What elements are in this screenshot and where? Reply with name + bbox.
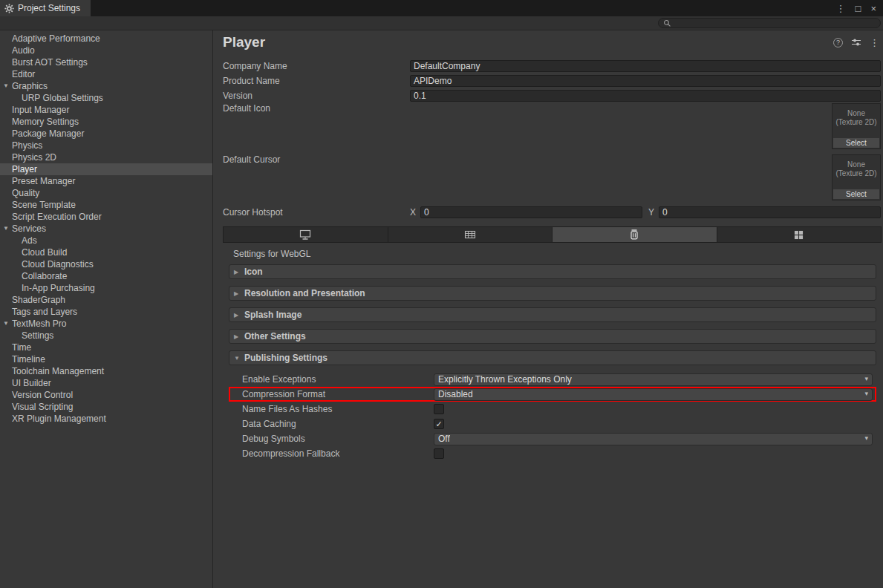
company-name-input[interactable]: DefaultCompany xyxy=(410,60,881,72)
sidebar-item[interactable]: UI Builder xyxy=(0,377,212,389)
field-label-company-name: Company Name xyxy=(223,61,410,71)
sidebar-item-label: Settings xyxy=(22,330,53,341)
search-field[interactable] xyxy=(658,18,881,28)
sidebar-item-label: Time xyxy=(12,342,31,353)
sidebar-item-label: Toolchain Management xyxy=(12,366,104,376)
sidebar-item[interactable]: Preset Manager xyxy=(0,175,212,187)
section-foldout[interactable]: ▶ Splash Image xyxy=(229,307,876,322)
sidebar-item[interactable]: Settings xyxy=(0,330,212,342)
company-name-value: DefaultCompany xyxy=(414,61,480,71)
window-menu-icon[interactable]: ⋮ xyxy=(836,4,846,13)
dropdown-field[interactable]: Disabled ▾ xyxy=(434,388,873,401)
page-title: Player xyxy=(223,35,265,50)
publishing-setting-row: Name Files As Hashes ▾ xyxy=(229,402,876,416)
dropdown-arrow-icon: ▾ xyxy=(864,375,868,382)
default-cursor-object-field[interactable]: None (Texture 2D) Select xyxy=(832,154,881,200)
sidebar-item-label: Package Manager xyxy=(12,128,84,139)
sidebar-item[interactable]: Toolchain Management xyxy=(0,365,212,377)
sidebar-item[interactable]: Player xyxy=(0,163,212,175)
checkbox[interactable] xyxy=(434,404,444,414)
sidebar-item[interactable]: XR Plugin Management xyxy=(0,413,212,425)
sidebar-item-label: Tags and Layers xyxy=(12,307,77,317)
hotspot-x-label: X xyxy=(410,207,417,218)
field-label-cursor-hotspot: Cursor Hotspot xyxy=(223,207,410,218)
field-label-product-name: Product Name xyxy=(223,76,410,86)
sidebar-item[interactable]: Timeline xyxy=(0,353,212,365)
sidebar-item[interactable]: ShaderGraph xyxy=(0,294,212,306)
dropdown-arrow-icon: ▾ xyxy=(864,434,868,442)
hotspot-y-input[interactable]: 0 xyxy=(659,206,881,218)
hotspot-x-value: 0 xyxy=(424,207,429,218)
dropdown-field[interactable]: Off ▾ xyxy=(434,433,873,445)
sidebar-item[interactable]: Ads xyxy=(0,235,212,246)
section-foldout[interactable]: ▼ Publishing Settings xyxy=(229,350,876,365)
sidebar-item-label: TextMesh Pro xyxy=(12,318,66,329)
sidebar-item[interactable]: ▼ Graphics xyxy=(0,80,212,92)
section-foldout[interactable]: ▶ Resolution and Presentation xyxy=(229,286,876,301)
sidebar-item[interactable]: Adaptive Performance xyxy=(0,33,212,45)
foldout-icon: ▶ xyxy=(234,333,244,340)
sidebar-item[interactable]: Package Manager xyxy=(0,128,212,140)
sidebar-item[interactable]: Input Manager xyxy=(0,104,212,116)
foldout-icon[interactable]: ▼ xyxy=(1,223,10,235)
platform-tab-uwp[interactable] xyxy=(717,227,882,242)
sidebar-item[interactable]: Visual Scripting xyxy=(0,401,212,413)
window-tab-project-settings[interactable]: Project Settings xyxy=(0,0,91,16)
sidebar-item[interactable]: Physics 2D xyxy=(0,151,212,163)
project-settings-window: Project Settings ⋮ □ × Adaptive Per xyxy=(0,0,883,588)
help-icon[interactable]: ? xyxy=(833,38,843,48)
checkbox[interactable]: ✓ xyxy=(434,419,444,429)
sidebar-item[interactable]: Time xyxy=(0,342,212,353)
player-header: Player ? ⋮ xyxy=(223,30,881,50)
sidebar-item[interactable]: Script Execution Order xyxy=(0,211,212,223)
sidebar-item[interactable]: ▼ TextMesh Pro xyxy=(0,318,212,330)
checkbox[interactable] xyxy=(434,448,444,459)
sidebar-item[interactable]: In-App Purchasing xyxy=(0,282,212,294)
foldout-icon[interactable]: ▼ xyxy=(1,318,10,330)
platform-tab-bar xyxy=(223,226,882,243)
sidebar-item[interactable]: Version Control xyxy=(0,389,212,401)
sidebar-item[interactable]: Cloud Diagnostics xyxy=(0,258,212,270)
version-input[interactable]: 0.1 xyxy=(410,90,881,102)
presets-icon[interactable] xyxy=(851,38,861,47)
sidebar-item[interactable]: Tags and Layers xyxy=(0,306,212,318)
default-icon-select-button[interactable]: Select xyxy=(833,138,879,148)
sidebar-item-label: Ads xyxy=(22,235,37,246)
platform-tab-webgl[interactable] xyxy=(553,227,717,242)
dropdown-field[interactable]: Explicitly Thrown Exceptions Only ▾ xyxy=(434,373,873,386)
sidebar-item-label: Script Execution Order xyxy=(12,212,102,222)
sidebar-item-label: Scene Template xyxy=(12,200,76,210)
foldout-icon[interactable]: ▼ xyxy=(1,80,10,92)
sidebar-item[interactable]: Cloud Build xyxy=(0,246,212,258)
sidebar-item[interactable]: Audio xyxy=(0,45,212,56)
sidebar-item-label: Visual Scripting xyxy=(12,402,74,412)
more-menu-icon[interactable]: ⋮ xyxy=(870,37,879,48)
close-icon[interactable]: × xyxy=(870,4,876,13)
platform-tab-server[interactable] xyxy=(388,227,553,242)
publishing-setting-row: Decompression Fallback ▾ xyxy=(229,446,876,461)
sidebar-item[interactable]: Editor xyxy=(0,68,212,80)
section-label: Icon xyxy=(244,267,263,277)
sidebar-item[interactable]: Memory Settings xyxy=(0,116,212,128)
default-cursor-select-button[interactable]: Select xyxy=(833,189,879,199)
sidebar-item[interactable]: URP Global Settings xyxy=(0,92,212,104)
sidebar-item[interactable]: Scene Template xyxy=(0,199,212,211)
search-icon xyxy=(663,19,671,27)
section-foldout[interactable]: ▶ Icon xyxy=(229,264,876,279)
default-icon-object-field[interactable]: None (Texture 2D) Select xyxy=(832,103,881,149)
platform-tab-desktop[interactable] xyxy=(224,227,388,242)
field-label-default-cursor: Default Cursor xyxy=(223,154,410,165)
settings-category-list: Adaptive Performance Audio Burst AOT Set… xyxy=(0,30,213,588)
maximize-icon[interactable]: □ xyxy=(856,4,861,13)
sidebar-item[interactable]: Burst AOT Settings xyxy=(0,56,212,68)
sidebar-item[interactable]: Collaborate xyxy=(0,270,212,282)
search-input[interactable] xyxy=(671,19,876,27)
sidebar-item[interactable]: Physics xyxy=(0,140,212,151)
sidebar-item-label: Graphics xyxy=(12,81,48,91)
sidebar-item[interactable]: Quality xyxy=(0,187,212,199)
sidebar-item-label: Physics 2D xyxy=(12,152,56,163)
section-foldout[interactable]: ▶ Other Settings xyxy=(229,329,876,344)
hotspot-x-input[interactable]: 0 xyxy=(420,206,642,218)
sidebar-item[interactable]: ▼ Services xyxy=(0,223,212,235)
product-name-input[interactable]: APIDemo xyxy=(410,75,881,87)
